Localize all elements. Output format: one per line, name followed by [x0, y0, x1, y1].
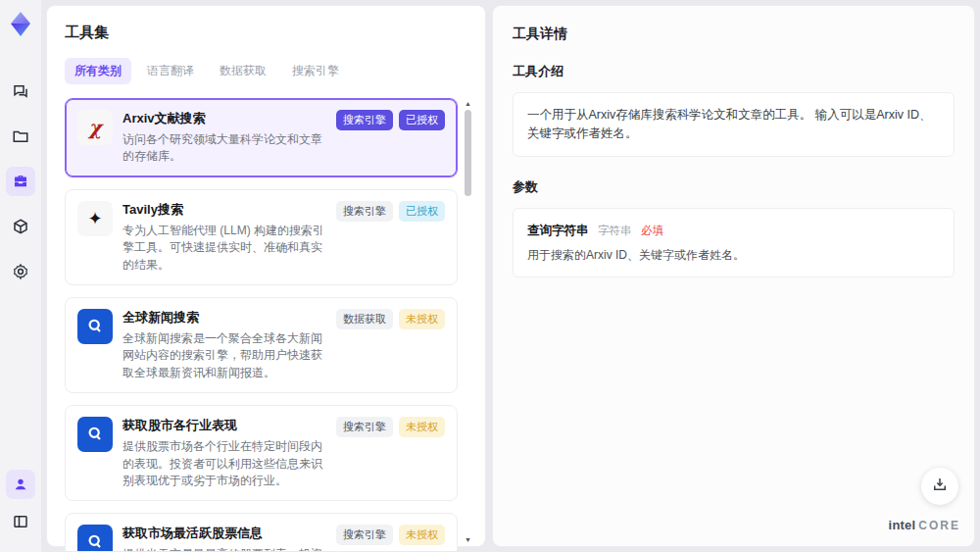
app-logo-icon[interactable] — [6, 10, 35, 39]
folder-icon — [12, 127, 29, 145]
auth-status-badge: 已授权 — [399, 201, 445, 222]
scrollbar-thumb[interactable] — [465, 110, 471, 196]
page-title: 工具集 — [65, 24, 475, 42]
tool-name: Tavily搜索 — [122, 201, 326, 219]
tool-card-global-news[interactable]: 全球新闻搜索 全球新闻搜索是一个聚合全球各大新闻网站内容的搜索引擎，帮助用户快速… — [65, 297, 458, 393]
tool-name: 全球新闻搜索 — [122, 309, 326, 326]
auth-status-badge: 未授权 — [399, 417, 445, 437]
category-badge: 搜索引擎 — [336, 417, 393, 437]
core-wordmark: CORE — [918, 519, 960, 532]
detail-title: 工具详情 — [513, 25, 955, 43]
tab-data-acquisition[interactable]: 数据获取 — [210, 58, 276, 84]
user-icon — [13, 477, 28, 492]
tab-language-translation[interactable]: 语言翻译 — [137, 58, 204, 84]
sidebar-item-toolbox[interactable] — [6, 167, 35, 196]
tool-description: 全球新闻搜索是一个聚合全球各大新闻网站内容的搜索引擎，帮助用户快速获取全球最新资… — [122, 330, 326, 381]
toolbox-icon — [12, 173, 29, 190]
category-badge: 搜索引擎 — [336, 110, 393, 130]
sidebar-item-settings[interactable] — [6, 257, 35, 286]
sidebar-item-chat[interactable] — [6, 76, 35, 106]
tool-card-active-stocks[interactable]: 获取市场最活跃股票信息 提供当天交易量最高的股票列表，投资者可以利用这些信息来识… — [65, 513, 458, 551]
sidebar-item-files[interactable] — [6, 122, 35, 151]
tool-name: 获取股市各行业表现 — [122, 417, 326, 434]
auth-status-badge: 未授权 — [399, 525, 445, 545]
download-icon — [931, 476, 949, 497]
tool-description: 提供当天交易量最高的股票列表，投资者可以利用这些信息来识别流动性强的股票和潜在的… — [122, 546, 326, 551]
tool-list: χ Arxiv文献搜索 访问各个研究领域大量科学论文和文章的存储库。 搜索引擎 … — [65, 98, 475, 551]
category-badge: 搜索引擎 — [336, 525, 393, 545]
tab-all-categories[interactable]: 所有类别 — [65, 58, 131, 84]
tools-panel: 工具集 所有类别 语言翻译 数据获取 搜索引擎 χ Arxiv文献搜索 访问各个… — [47, 6, 485, 546]
tab-search-engine[interactable]: 搜索引擎 — [282, 58, 349, 84]
magnifier-logo-icon — [77, 525, 113, 551]
tool-detail-panel: 工具详情 工具介绍 一个用于从Arxiv存储库搜索科学论文和文章的工具。 输入可… — [493, 6, 974, 546]
left-rail — [0, 0, 41, 552]
category-tabs: 所有类别 语言翻译 数据获取 搜索引擎 — [65, 58, 475, 84]
auth-status-badge: 已授权 — [399, 110, 445, 130]
tool-description: 访问各个研究领域大量科学论文和文章的存储库。 — [122, 131, 326, 166]
tool-card-arxiv[interactable]: χ Arxiv文献搜索 访问各个研究领域大量科学论文和文章的存储库。 搜索引擎 … — [65, 98, 458, 177]
intel-wordmark: intel — [889, 518, 916, 532]
panel-toggle-icon — [12, 513, 29, 530]
tool-card-tavily[interactable]: ✦ Tavily搜索 专为人工智能代理 (LLM) 构建的搜索引擎工具。可快速提… — [65, 189, 458, 285]
arxiv-logo-icon: χ — [77, 110, 113, 145]
params-heading: 参数 — [513, 178, 955, 196]
auth-status-badge: 未授权 — [399, 309, 445, 329]
category-badge: 搜索引擎 — [336, 201, 393, 222]
tool-description: 提供股票市场各个行业在特定时间段内的表现。投资者可以利用这些信息来识别表现优于或… — [122, 438, 326, 489]
param-required-flag: 必填 — [641, 225, 663, 236]
tavily-logo-icon: ✦ — [77, 201, 113, 236]
tool-card-sector-performance[interactable]: 获取股市各行业表现 提供股票市场各个行业在特定时间段内的表现。投资者可以利用这些… — [65, 405, 458, 501]
sidebar-item-account[interactable] — [6, 470, 35, 499]
list-scrollbar[interactable]: ▲ ▼ — [464, 98, 473, 551]
intro-heading: 工具介绍 — [513, 63, 955, 80]
magnifier-logo-icon — [77, 417, 113, 452]
param-type: 字符串 — [598, 225, 632, 236]
gear-icon — [12, 263, 29, 280]
tool-intro-box: 一个用于从Arxiv存储库搜索科学论文和文章的工具。 输入可以是Arxiv ID… — [513, 92, 955, 157]
sidebar-item-models[interactable] — [6, 212, 35, 241]
intel-core-logo: intel CORE — [889, 518, 960, 532]
scroll-down-arrow[interactable]: ▼ — [465, 536, 471, 543]
parameter-box: 查询字符串 字符串 必填 用于搜索的Arxiv ID、关键字或作者姓名。 — [513, 208, 955, 278]
download-button[interactable] — [921, 468, 958, 505]
param-description: 用于搜索的Arxiv ID、关键字或作者姓名。 — [527, 246, 940, 264]
tool-name: 获取市场最活跃股票信息 — [122, 525, 326, 542]
tool-description: 专为人工智能代理 (LLM) 构建的搜索引擎工具。可快速提供实时、准确和真实的结… — [122, 223, 326, 274]
cube-icon — [12, 218, 29, 235]
chat-icon — [12, 82, 29, 100]
magnifier-logo-icon — [77, 309, 113, 344]
category-badge: 数据获取 — [336, 309, 393, 329]
param-name: 查询字符串 — [527, 224, 589, 237]
sidebar-item-panel-toggle[interactable] — [6, 507, 35, 536]
tool-name: Arxiv文献搜索 — [122, 110, 326, 127]
scroll-up-arrow[interactable]: ▲ — [465, 100, 471, 107]
